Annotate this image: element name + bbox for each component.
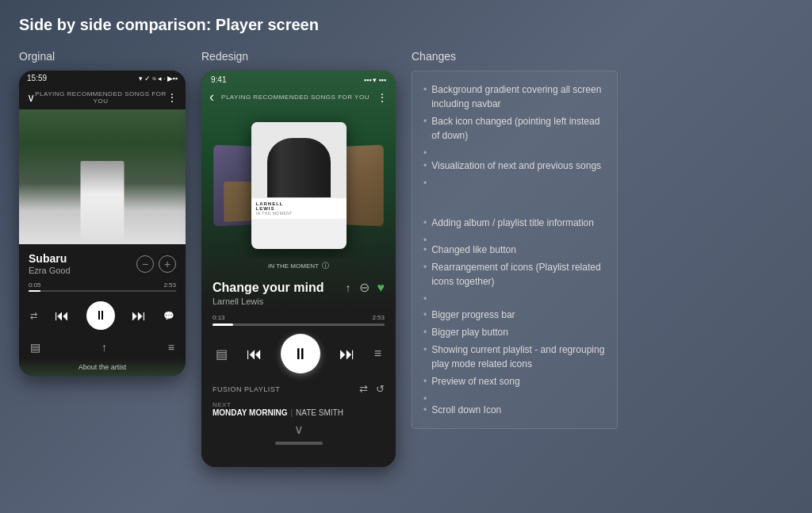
redesign-column: Redesign 9:41 ▪▪▪ ▾ ▪▪▪ ‹ PLAYING RECOMM… (201, 50, 396, 467)
prev-button[interactable]: ⏮ (55, 308, 69, 324)
changes-title: Changes (412, 50, 618, 63)
change-item: Back icon changed (pointing left instead… (423, 113, 606, 144)
shuffle-icon[interactable]: ⇄ (359, 383, 368, 395)
change-item: Bigger progress bar (423, 306, 606, 323)
changes-list: Background gradient covering all screen … (423, 81, 606, 419)
redesign-title: Redesign (201, 50, 396, 63)
original-column: Orginal 15:59 ▾ ✓ ≈ ◂ · ▶▪▪ ∨ PLAYING RE… (19, 50, 186, 376)
redesign-times: 0:13 2:53 (213, 314, 385, 321)
progress-fill (213, 323, 233, 326)
next-song: MONDAY MORNING | NATE SMITH (213, 408, 385, 417)
status-icons: ▾ ✓ ≈ ◂ · ▶▪▪ (139, 75, 178, 82)
changes-box: Background gradient covering all screen … (412, 71, 618, 429)
scroll-down-icon[interactable]: ∨ (201, 419, 396, 442)
menu-bottom-icon[interactable]: ≡ (168, 341, 174, 354)
progress-bar[interactable] (213, 323, 385, 326)
redesign-track-section: Change your mind ↑ ⊖ ♥ Larnell Lewis (201, 274, 396, 309)
playing-text: PLAYING RECOMMENDED SONGS FOR YOU (214, 94, 377, 101)
like-icon[interactable]: ♥ (377, 281, 385, 295)
redesign-controls: ▤ ⏮ ⏸ ⏭ ≡ (201, 327, 396, 380)
status-icons-right: ▪▪▪ ▾ ▪▪▪ (364, 76, 386, 84)
redesign-artist: Larnell Lewis (213, 297, 385, 306)
original-progress: 0:05 2:53 (19, 278, 186, 295)
progress-fill (29, 290, 40, 292)
original-title: Orginal (19, 50, 186, 63)
prev-button[interactable]: ⏮ (247, 345, 262, 363)
menu-icon[interactable]: ⋮ (167, 91, 178, 104)
change-item: Changed like button (423, 241, 606, 258)
playing-text: PLAYING RECOMMENDED SONGS FOR YOU (35, 90, 167, 105)
progress-bar[interactable] (29, 290, 176, 292)
original-phone: 15:59 ▾ ✓ ≈ ◂ · ▶▪▪ ∨ PLAYING RECOMMENDE… (19, 71, 186, 376)
like-button[interactable]: + (159, 255, 176, 273)
original-controls: ⇄ ⏮ ⏸ ⏭ 💬 (19, 295, 186, 336)
redesign-top-bar: ‹ PLAYING RECOMMENDED SONGS FOR YOU ⋮ (201, 86, 396, 109)
status-time: 15:59 (27, 74, 47, 82)
play-pause-button[interactable]: ⏸ (281, 334, 320, 373)
original-artist-name: Ezra Good (29, 266, 71, 275)
original-status-bar: 15:59 ▾ ✓ ≈ ◂ · ▶▪▪ (19, 71, 186, 86)
album-label: IN THE MOMENT ⓘ (201, 258, 396, 274)
share-icon[interactable]: ↑ (102, 341, 107, 354)
next-button[interactable]: ⏭ (132, 308, 146, 324)
change-item: Scroll down Icon (423, 401, 606, 419)
home-indicator (275, 442, 323, 445)
album-carousel: LARNELL LEWIS IN THE MOMENT (201, 112, 396, 258)
repeat-icon[interactable]: ↺ (376, 383, 385, 395)
status-time: 9:41 (211, 75, 226, 84)
menu-icon[interactable]: ⋮ (377, 91, 388, 104)
current-album-art: LARNELL LEWIS IN THE MOMENT (251, 122, 347, 249)
time-elapsed: 0:13 (213, 314, 225, 321)
original-times: 0:05 2:53 (29, 281, 176, 289)
redesign-phone: 9:41 ▪▪▪ ▾ ▪▪▪ ‹ PLAYING RECOMMENDED SON… (201, 71, 396, 467)
next-label: NEXT (213, 401, 385, 408)
about-artist[interactable]: About the artist (19, 358, 186, 376)
list-icon[interactable]: ≡ (374, 346, 381, 361)
changes-column: Changes Background gradient covering all… (412, 50, 618, 429)
next-button[interactable]: ⏭ (339, 345, 355, 363)
change-item: Visualization of next and previous songs (423, 157, 606, 174)
original-top-bar: ∨ PLAYING RECOMMENDED SONGS FOR YOU ⋮ (19, 86, 186, 109)
redesign-next-row: NEXT MONDAY MORNING | NATE SMITH (201, 398, 396, 419)
info-icon[interactable]: ⓘ (322, 261, 329, 271)
original-bottom-icons: ▤ ↑ ≡ (19, 336, 186, 358)
time-elapsed: 0:05 (29, 281, 41, 289)
dislike-button[interactable]: − (136, 255, 154, 273)
time-total: 2:53 (163, 281, 176, 289)
change-item: Preview of next song (423, 373, 606, 390)
redesign-playlist-row: FUSION PLAYLIST ⇄ ↺ (201, 380, 396, 398)
page-title: Side by side comparison: Player screen (19, 16, 793, 34)
change-item: Bigger play button (423, 323, 606, 341)
original-track-info: Subaru Ezra Good − + (19, 244, 186, 278)
queue-icon[interactable]: ▤ (216, 346, 228, 362)
redesign-progress: 0:13 2:53 (201, 309, 396, 327)
redesign-background: 9:41 ▪▪▪ ▾ ▪▪▪ ‹ PLAYING RECOMMENDED SON… (201, 71, 396, 467)
original-album-art (19, 109, 186, 244)
playlist-label: FUSION PLAYLIST (213, 385, 280, 393)
play-pause-button[interactable]: ⏸ (86, 301, 115, 330)
queue-icon[interactable]: ▤ (30, 341, 40, 354)
change-item: Background gradient covering all screen … (423, 81, 606, 113)
change-item: Adding album / playlist title informatio… (423, 214, 606, 232)
share-icon[interactable]: ↑ (346, 281, 351, 294)
original-track-name: Subaru (29, 252, 71, 265)
redesign-status-bar: 9:41 ▪▪▪ ▾ ▪▪▪ (201, 71, 396, 86)
change-item: Rearrangement of icons (Playlist related… (423, 258, 606, 290)
dislike-icon[interactable]: ⊖ (359, 280, 370, 295)
comparison-container: Orginal 15:59 ▾ ✓ ≈ ◂ · ▶▪▪ ∨ PLAYING RE… (19, 50, 793, 467)
comment-button[interactable]: 💬 (163, 311, 174, 321)
chevron-down-icon[interactable]: ∨ (27, 91, 35, 104)
time-total: 2:53 (372, 314, 385, 321)
shuffle-button[interactable]: ⇄ (30, 311, 37, 321)
change-item: Showing current playlist - and regroupin… (423, 341, 606, 373)
redesign-track-name: Change your mind (213, 281, 324, 295)
